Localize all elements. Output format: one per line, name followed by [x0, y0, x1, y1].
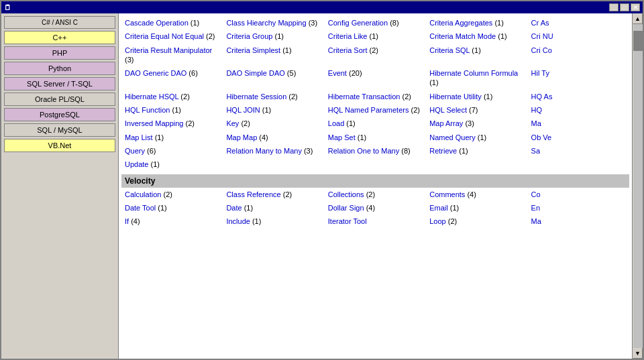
cell-hibernate-hsql[interactable]: Hibernate HSQL (2) [121, 90, 223, 103]
window-controls: _ □ ✕ [609, 3, 640, 11]
cell-hql-join[interactable]: HQL JOIN (1) [223, 103, 324, 117]
scroll-down-button[interactable]: ▼ [633, 348, 643, 359]
content-area: Cascade Operation (1) Class Hiearchy Map… [119, 13, 632, 359]
maximize-button[interactable]: □ [620, 3, 629, 11]
cell-relation-one[interactable]: Relation One to Many (8) [325, 144, 426, 158]
sidebar-item-python[interactable]: Python [4, 62, 115, 75]
sidebar-item-postgresql[interactable]: PostgreSQL [4, 108, 115, 121]
cell-update[interactable]: Update (1) [121, 158, 223, 171]
cell-date-tool[interactable]: Date Tool (1) [121, 201, 223, 215]
cell-inversed-mapping[interactable]: Inversed Mapping (2) [121, 117, 223, 130]
cell-empty3 [426, 158, 527, 171]
cell-empty2 [325, 158, 426, 171]
cell-hql-select[interactable]: HQL Select (7) [426, 103, 527, 117]
cell-dollar-sign[interactable]: Dollar Sign (4) [325, 201, 426, 215]
sidebar-item-vbnet[interactable]: VB.Net [4, 139, 115, 152]
cell-class-hiearchy[interactable]: Class Hiearchy Mapping (3) [223, 16, 324, 29]
cell-map-set[interactable]: Map Set (1) [325, 131, 426, 144]
cell-hql-function[interactable]: HQL Function (1) [121, 103, 223, 117]
scroll-container[interactable]: Cascade Operation (1) Class Hiearchy Map… [119, 13, 632, 359]
cell-loop[interactable]: Loop (2) [426, 215, 527, 228]
cell-config-generation[interactable]: Config Generation (8) [325, 16, 426, 29]
cell-hq[interactable]: HQ [528, 103, 629, 117]
scrollbar[interactable]: ▲ ▼ [632, 13, 643, 359]
cell-criteria-sql[interactable]: Criteria SQL (1) [426, 44, 527, 67]
cell-criteria-result[interactable]: Criteria Result Manipulator (3) [121, 44, 223, 67]
content-grid: Cascade Operation (1) Class Hiearchy Map… [119, 13, 632, 231]
cell-if[interactable]: If (4) [121, 215, 223, 228]
cell-hibernate-utility[interactable]: Hibernate Utility (1) [426, 90, 527, 103]
cell-criteria-equal[interactable]: Criteria Equal Not Equal (2) [121, 29, 223, 43]
cell-criteria-sort[interactable]: Criteria Sort (2) [325, 44, 426, 67]
sidebar: C# / ANSI C C++ PHP Python SQL Server / … [1, 13, 119, 359]
cell-iterator-tool[interactable]: Iterator Tool [325, 215, 426, 228]
cell-hq-as[interactable]: HQ As [528, 90, 629, 103]
sidebar-item-oracle[interactable]: Oracle PL/SQL [4, 93, 115, 106]
sidebar-item-cpp[interactable]: C++ [4, 31, 115, 44]
cell-ma2[interactable]: Ma [528, 215, 629, 228]
cell-dao-simple[interactable]: DAO Simple DAO (5) [223, 66, 324, 90]
scroll-track [633, 24, 643, 348]
cell-cri-co[interactable]: Cri Co [528, 44, 629, 67]
cell-ma[interactable]: Ma [528, 117, 629, 130]
cell-criteria-like[interactable]: Criteria Like (1) [325, 29, 426, 43]
scroll-thumb[interactable] [633, 31, 643, 51]
cell-comments[interactable]: Comments (4) [426, 188, 527, 201]
cell-hibernate-column[interactable]: Hibernate Column Formula (1) [426, 66, 527, 90]
cell-query[interactable]: Query (6) [121, 144, 223, 158]
cell-criteria-aggregates[interactable]: Criteria Aggregates (1) [426, 16, 527, 29]
cell-calculation[interactable]: Calculation (2) [121, 188, 223, 201]
cell-hibernate-session[interactable]: Hibernate Session (2) [223, 90, 324, 103]
cell-relation-many[interactable]: Relation Many to Many (3) [223, 144, 324, 158]
cell-criteria-simplest[interactable]: Criteria Simplest (1) [223, 44, 324, 67]
cell-collections[interactable]: Collections (2) [325, 188, 426, 201]
cell-empty1 [223, 158, 324, 171]
cell-hql-named[interactable]: HQL Named Parameters (2) [325, 103, 426, 117]
cell-named-query[interactable]: Named Query (1) [426, 131, 527, 144]
cell-date[interactable]: Date (1) [223, 201, 324, 215]
cell-en[interactable]: En [528, 201, 629, 215]
title-bar: 🗒 _ □ ✕ [1, 1, 643, 13]
cell-email[interactable]: Email (1) [426, 201, 527, 215]
cell-criteria-group[interactable]: Criteria Group (1) [223, 29, 324, 43]
sidebar-item-sql-server[interactable]: SQL Server / T-SQL [4, 77, 115, 91]
main-content: C# / ANSI C C++ PHP Python SQL Server / … [1, 13, 643, 359]
cell-sa[interactable]: Sa [528, 144, 629, 158]
cell-include[interactable]: Include (1) [223, 215, 324, 228]
cell-cascade-operation[interactable]: Cascade Operation (1) [121, 16, 223, 29]
cell-load[interactable]: Load (1) [325, 117, 426, 130]
minimize-button[interactable]: _ [609, 3, 619, 11]
cell-ob-ve[interactable]: Ob Ve [528, 131, 629, 144]
cell-co[interactable]: Co [528, 188, 629, 201]
cell-map-map[interactable]: Map Map (4) [223, 131, 324, 144]
cell-retrieve[interactable]: Retrieve (1) [426, 144, 527, 158]
close-button[interactable]: ✕ [631, 3, 640, 11]
cell-empty4 [528, 158, 629, 171]
scroll-up-button[interactable]: ▲ [633, 13, 643, 24]
cell-dao-generic[interactable]: DAO Generic DAO (6) [121, 66, 223, 90]
cell-map-list[interactable]: Map List (1) [121, 131, 223, 144]
sidebar-item-php[interactable]: PHP [4, 46, 115, 60]
cell-cr-as[interactable]: Cr As [528, 16, 629, 29]
sidebar-item-sql-mysql[interactable]: SQL / MySQL [4, 123, 115, 137]
title-bar-icon: 🗒 [4, 3, 11, 11]
cell-cri-nu[interactable]: Cri NU [528, 29, 629, 43]
cell-class-reference[interactable]: Class Reference (2) [223, 188, 324, 201]
cell-key[interactable]: Key (2) [223, 117, 324, 130]
main-window: 🗒 _ □ ✕ C# / ANSI C C++ PHP Python SQL S… [0, 0, 644, 360]
velocity-section-header: Velocity [121, 174, 629, 188]
cell-hil-ty[interactable]: Hil Ty [528, 66, 629, 90]
cell-map-array[interactable]: Map Array (3) [426, 117, 527, 130]
cell-criteria-match-mode[interactable]: Criteria Match Mode (1) [426, 29, 527, 43]
cell-event[interactable]: Event (20) [325, 66, 426, 90]
sidebar-item-csharp[interactable]: C# / ANSI C [4, 16, 115, 29]
cell-hibernate-transaction[interactable]: Hibernate Transaction (2) [325, 90, 426, 103]
